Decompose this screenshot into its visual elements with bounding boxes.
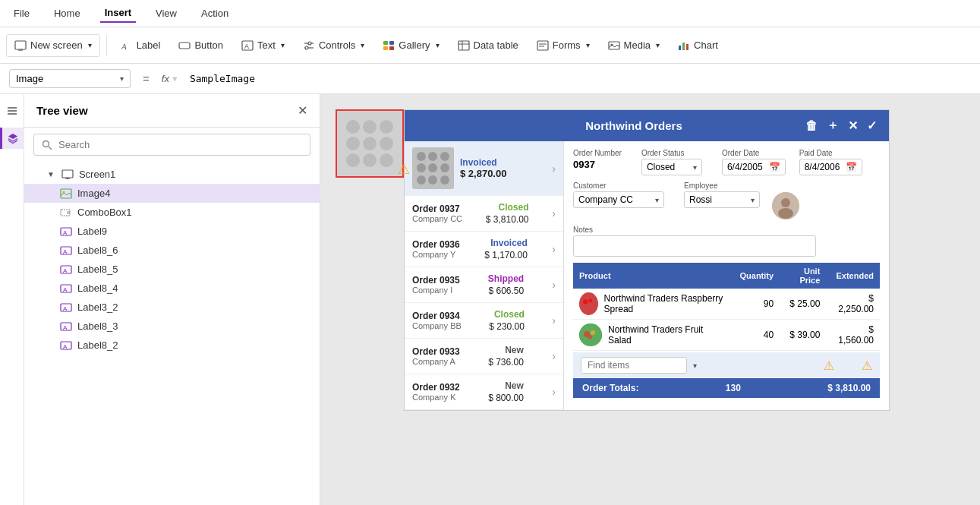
label-icon-tree: A xyxy=(59,340,73,351)
svg-point-59 xyxy=(579,324,602,346)
controls-button[interactable]: Controls ▾ xyxy=(295,35,372,56)
northwind-panel: Northwind Orders 🗑 ＋ ✕ ✓ xyxy=(404,109,890,411)
list-item-0937[interactable]: Order 0937 Company CC Closed $ 3,810.00 … xyxy=(405,196,563,232)
forms-button[interactable]: Forms ▾ xyxy=(529,35,597,56)
tree-item-label: Label3_2 xyxy=(77,301,118,313)
svg-line-30 xyxy=(49,147,52,150)
selected-image[interactable] xyxy=(336,109,404,178)
list-item-0936[interactable]: Order 0936 Company Y Invoiced $ 1,170.00… xyxy=(405,232,563,267)
tree-item-label8-4[interactable]: A Label8_4 xyxy=(24,279,320,298)
search-input[interactable] xyxy=(58,139,302,150)
list-item-0932[interactable]: Order 0932 Company K New $ 800.00 › xyxy=(405,374,563,410)
label-icon-tree: A xyxy=(59,302,73,313)
nw-detail: Order Number 0937 Order Status Closed ▾ xyxy=(564,141,889,410)
sidebar-icon-layers[interactable] xyxy=(0,128,24,149)
svg-point-61 xyxy=(591,330,595,335)
svg-rect-36 xyxy=(61,210,70,216)
nw-totals: Order Totals: 130 $ 3,810.00 xyxy=(573,378,880,398)
sidebar-icon-menu[interactable] xyxy=(2,100,23,122)
svg-rect-18 xyxy=(537,41,548,50)
new-screen-button[interactable]: New screen ▾ xyxy=(6,34,100,57)
button-button[interactable]: Button xyxy=(171,35,231,56)
label-icon-tree: A xyxy=(59,245,73,256)
calendar-icon: 📅 xyxy=(769,162,780,172)
tree-item-label: Label8_6 xyxy=(77,245,118,256)
notes-input[interactable] xyxy=(573,235,816,257)
fx-label: fx xyxy=(162,73,169,84)
gallery-button[interactable]: Gallery ▾ xyxy=(375,35,446,56)
menu-insert[interactable]: Insert xyxy=(100,4,136,23)
menu-home[interactable]: Home xyxy=(49,5,85,22)
tree-item-label3-2[interactable]: A Label3_2 xyxy=(24,298,320,317)
tree-item-combobox1[interactable]: ComboBox1 xyxy=(24,203,320,222)
paid-date-input[interactable]: 8/4/2006 📅 xyxy=(799,159,863,175)
tree-item-label: ComboBox1 xyxy=(77,207,132,218)
totals-label: Order Totals: xyxy=(582,383,638,393)
order-status-field: Order Status Closed ▾ xyxy=(641,149,702,175)
nw-title: Northwind Orders xyxy=(462,119,805,132)
employee-select[interactable]: Rossi ▾ xyxy=(684,191,760,208)
new-screen-icon xyxy=(14,39,27,52)
svg-text:A: A xyxy=(121,42,127,51)
svg-point-10 xyxy=(305,46,308,49)
nw-inv-status: Invoiced xyxy=(460,157,546,168)
customer-select[interactable]: Company CC ▾ xyxy=(573,191,664,208)
media-icon xyxy=(608,39,620,52)
list-item-0934[interactable]: Order 0934 Company BB Closed $ 230.00 › xyxy=(405,303,563,339)
formula-input[interactable] xyxy=(184,70,971,87)
tree-item-label8-3[interactable]: A Label8_3 xyxy=(24,317,320,336)
formula-eq: = xyxy=(137,72,156,85)
text-icon: A xyxy=(241,39,254,52)
order-status-select[interactable]: Closed ▾ xyxy=(641,159,702,175)
tree-item-label8-6[interactable]: A Label8_6 xyxy=(24,241,320,260)
list-item-0933[interactable]: Order 0933 Company A New $ 736.00 › xyxy=(405,339,563,374)
svg-point-9 xyxy=(308,42,311,45)
tree-item-label8-2[interactable]: A Label8_2 xyxy=(24,336,320,355)
forms-icon xyxy=(537,39,549,52)
tree-item-label: Image4 xyxy=(77,188,110,199)
svg-text:A: A xyxy=(63,267,68,274)
tree-panel: Tree view ✕ ▼ Screen1 xyxy=(24,94,320,505)
tree-item-image4[interactable]: Image4 xyxy=(24,184,320,203)
tree-close-button[interactable]: ✕ xyxy=(298,103,307,118)
tree-item-label9[interactable]: A Label9 xyxy=(24,222,320,241)
order-date-input[interactable]: 6/4/2005 📅 xyxy=(722,159,786,175)
screen-icon xyxy=(61,169,74,180)
find-items-input[interactable] xyxy=(581,357,687,374)
nw-add-icon[interactable]: ＋ xyxy=(827,118,839,134)
menu-file[interactable]: File xyxy=(9,5,34,22)
tree-header: Tree view ✕ xyxy=(24,94,320,128)
formula-dropdown[interactable]: Image ▾ xyxy=(9,69,131,88)
nw-trash-icon[interactable]: 🗑 xyxy=(805,119,818,133)
svg-point-62 xyxy=(588,335,592,339)
tree-body: ▼ Screen1 Image4 ComboBox1 xyxy=(24,162,320,505)
employee-row: Employee Rossi ▾ xyxy=(684,181,799,219)
chart-button[interactable]: Chart xyxy=(670,35,726,56)
label-button[interactable]: A Label xyxy=(113,35,169,56)
paid-date-field: Paid Date 8/4/2006 📅 xyxy=(799,149,863,175)
menu-action[interactable]: Action xyxy=(197,5,233,22)
data-table-button[interactable]: Data table xyxy=(450,35,526,56)
controls-icon xyxy=(303,39,315,52)
nw-check-icon[interactable]: ✓ xyxy=(867,118,877,133)
chevron-icon: › xyxy=(552,279,556,291)
nw-close-icon[interactable]: ✕ xyxy=(848,118,858,133)
label-icon-tree: A xyxy=(59,283,73,294)
label-icon-tree: A xyxy=(59,226,73,237)
tree-search-box[interactable] xyxy=(33,134,310,156)
detail-row-1: Order Number 0937 Order Status Closed ▾ xyxy=(573,149,880,175)
product-image-2 xyxy=(579,324,602,346)
list-item-0935[interactable]: Order 0935 Company I Shipped $ 606.50 › xyxy=(405,267,563,303)
table-row: Northwind Traders Raspberry Spread 90 $ … xyxy=(573,289,880,320)
svg-text:A: A xyxy=(63,324,68,331)
employee-field: Employee Rossi ▾ xyxy=(684,181,760,208)
notes-field: Notes xyxy=(573,226,880,257)
text-button[interactable]: A Text ▾ xyxy=(234,35,292,56)
svg-rect-25 xyxy=(686,44,689,50)
menu-view[interactable]: View xyxy=(151,5,181,22)
nw-top-item[interactable]: Invoiced $ 2,870.00 › xyxy=(405,141,563,196)
tree-item-screen1[interactable]: ▼ Screen1 xyxy=(24,165,320,184)
tree-item-label8-5[interactable]: A Label8_5 xyxy=(24,260,320,279)
svg-text:A: A xyxy=(63,248,68,255)
media-button[interactable]: Media ▾ xyxy=(600,35,667,56)
